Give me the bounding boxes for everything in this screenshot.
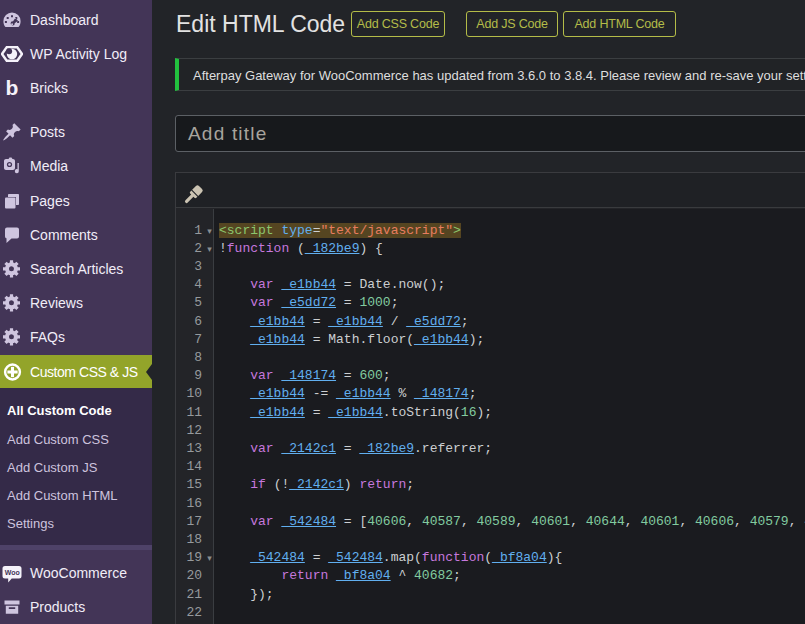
svg-text:Woo: Woo xyxy=(5,569,20,576)
